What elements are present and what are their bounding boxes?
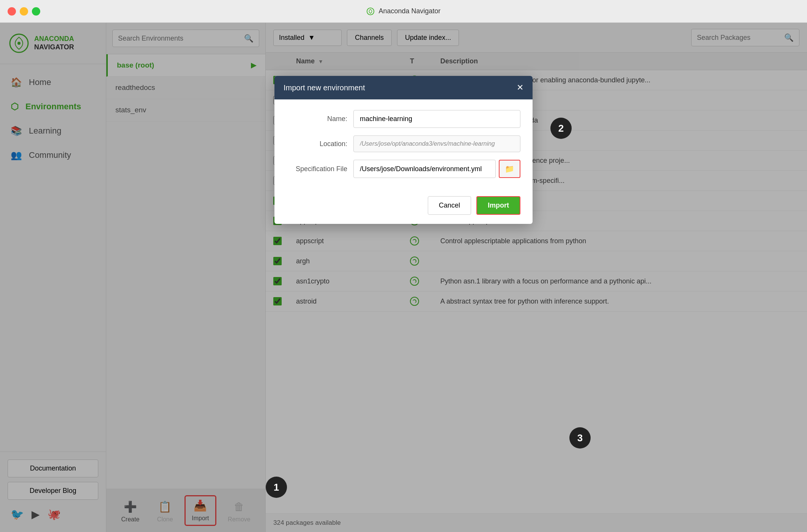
step-badge-2: 2	[550, 118, 572, 139]
titlebar: Anaconda Navigator	[0, 0, 807, 23]
import-modal: Import new environment ✕ Name: Location:…	[274, 76, 533, 224]
location-row: Location:	[287, 135, 520, 152]
name-label: Name:	[287, 115, 347, 123]
spec-file-label: Specification File	[287, 165, 347, 173]
location-label: Location:	[287, 140, 347, 148]
modal-close-button[interactable]: ✕	[517, 83, 523, 93]
svg-point-0	[367, 8, 374, 14]
name-input[interactable]	[353, 110, 520, 128]
step-1-number: 1	[274, 482, 279, 493]
step-2-number: 2	[558, 123, 564, 134]
step-badge-3: 3	[569, 427, 591, 449]
step-3-number: 3	[577, 432, 583, 444]
modal-title: Import new environment	[284, 83, 365, 92]
folder-icon: 📁	[505, 164, 514, 173]
file-browse-button[interactable]: 📁	[499, 160, 520, 178]
cancel-button[interactable]: Cancel	[428, 196, 471, 215]
spec-file-input[interactable]	[353, 160, 496, 178]
modal-header: Import new environment ✕	[274, 76, 533, 99]
minimize-button[interactable]	[20, 7, 28, 16]
window-controls	[8, 7, 40, 16]
modal-overlay: Import new environment ✕ Name: Location:…	[0, 23, 807, 532]
close-button[interactable]	[8, 7, 16, 16]
maximize-button[interactable]	[32, 7, 40, 16]
step-badge-1: 1	[266, 477, 287, 498]
window-title: Anaconda Navigator	[366, 7, 440, 16]
location-input	[353, 135, 520, 152]
modal-footer: Cancel Import	[274, 196, 533, 224]
modal-import-button[interactable]: Import	[476, 196, 520, 215]
spec-file-input-group: 📁	[353, 160, 520, 178]
modal-body: Name: Location: Specification File 📁	[274, 99, 533, 196]
name-row: Name:	[287, 110, 520, 128]
spec-file-row: Specification File 📁	[287, 160, 520, 178]
window-title-text: Anaconda Navigator	[378, 7, 440, 15]
anaconda-logo-icon	[366, 7, 375, 16]
